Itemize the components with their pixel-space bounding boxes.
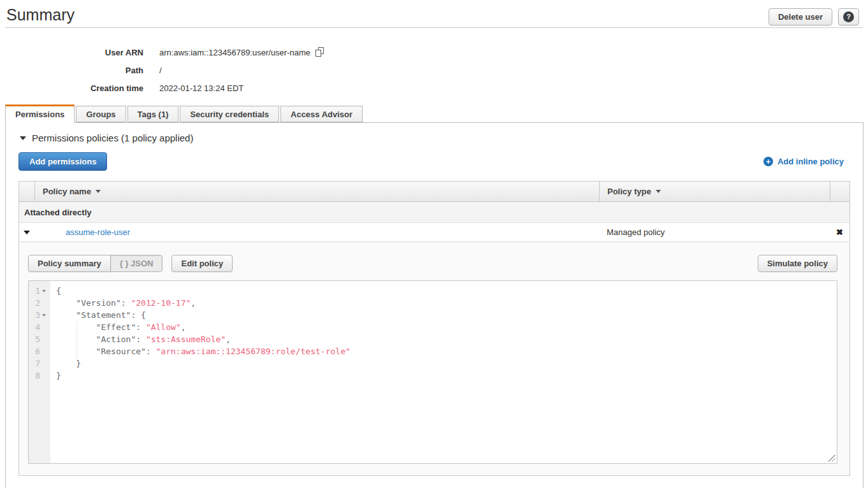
resize-handle-icon[interactable] bbox=[828, 455, 835, 462]
sort-caret-icon bbox=[96, 190, 101, 193]
close-icon: ✖ bbox=[836, 227, 843, 237]
user-arn-value: arn:aws:iam::123456789:user/user-name bbox=[159, 48, 310, 57]
json-view-button[interactable]: { } JSON bbox=[110, 255, 163, 272]
actions-column-header bbox=[830, 182, 850, 201]
code-line: 7 } bbox=[29, 357, 837, 370]
caret-down-icon bbox=[20, 136, 26, 140]
tab-tags[interactable]: Tags (1) bbox=[127, 106, 179, 122]
delete-user-button[interactable]: Delete user bbox=[769, 8, 832, 25]
path-value: / bbox=[159, 66, 162, 75]
code-line: 8 } bbox=[29, 370, 837, 382]
code-line: 3 "Statement": { bbox=[29, 309, 837, 321]
help-button[interactable]: ? bbox=[838, 8, 859, 25]
copy-icon[interactable] bbox=[315, 47, 325, 57]
policy-summary-button[interactable]: Policy summary bbox=[28, 255, 111, 272]
policy-json-editor[interactable]: 1 { 2 "Version": "2012-10-17", 3 "Statem… bbox=[28, 280, 837, 464]
permissions-tab-panel: Permissions policies (1 policy applied) … bbox=[5, 122, 864, 488]
fold-caret-icon[interactable] bbox=[42, 290, 46, 292]
policy-table-header: Policy name Policy type bbox=[19, 182, 850, 202]
add-inline-policy-link[interactable]: + Add inline policy bbox=[763, 157, 844, 166]
user-arn-label: User ARN bbox=[0, 48, 159, 57]
policy-type-column-header[interactable]: Policy type bbox=[599, 182, 830, 201]
creation-time-label: Creation time bbox=[0, 83, 159, 93]
policy-view-toggle: Policy summary { } JSON bbox=[28, 255, 163, 272]
tab-access-advisor[interactable]: Access Advisor bbox=[280, 106, 363, 122]
page-title: Summary bbox=[6, 5, 769, 24]
help-icon: ? bbox=[843, 11, 854, 22]
page-header: Summary Delete user ? bbox=[0, 0, 868, 25]
plus-circle-icon: + bbox=[763, 157, 773, 166]
caret-down-icon bbox=[24, 231, 30, 234]
tab-bar: Permissions Groups Tags (1) Security cre… bbox=[5, 106, 868, 122]
policy-detail-panel: Policy summary { } JSON Edit policy Simu… bbox=[19, 242, 850, 475]
permissions-policies-section-title: Permissions policies (1 policy applied) bbox=[32, 133, 193, 143]
path-row: Path / bbox=[0, 61, 868, 79]
add-inline-policy-label: Add inline policy bbox=[778, 157, 844, 166]
code-line: 4 "Effect": "Allow", bbox=[29, 321, 837, 333]
row-expander[interactable] bbox=[19, 231, 34, 234]
add-permissions-button[interactable]: Add permissions bbox=[18, 152, 107, 171]
user-arn-row: User ARN arn:aws:iam::123456789:user/use… bbox=[0, 43, 868, 61]
code-line: 2 "Version": "2012-10-17", bbox=[29, 297, 837, 309]
fold-caret-icon[interactable] bbox=[42, 314, 46, 317]
policy-table-row: assume-role-user Managed policy ✖ bbox=[19, 223, 850, 242]
edit-policy-button[interactable]: Edit policy bbox=[171, 255, 233, 272]
expander-column-header bbox=[19, 182, 34, 201]
path-label: Path bbox=[0, 66, 159, 75]
tab-security-credentials[interactable]: Security credentials bbox=[180, 106, 279, 122]
policy-table: Policy name Policy type Attached directl… bbox=[18, 181, 850, 476]
user-details: User ARN arn:aws:iam::123456789:user/use… bbox=[0, 43, 868, 97]
remove-policy-button[interactable]: ✖ bbox=[830, 227, 850, 237]
policy-name-link[interactable]: assume-role-user bbox=[66, 227, 130, 237]
creation-time-row: Creation time 2022-01-12 13:24 EDT bbox=[0, 79, 868, 97]
title-divider bbox=[5, 27, 863, 28]
policy-name-column-header[interactable]: Policy name bbox=[34, 182, 599, 201]
code-line: 1 { bbox=[29, 285, 837, 297]
code-line: 5 "Action": "sts:AssumeRole", bbox=[29, 333, 837, 345]
tab-groups[interactable]: Groups bbox=[76, 106, 126, 122]
code-line: 6 "Resource": "arn:aws:iam::123456789:ro… bbox=[29, 345, 837, 357]
header-actions: Delete user ? bbox=[769, 8, 859, 25]
policy-type-value: Managed policy bbox=[599, 227, 830, 237]
policy-actions-row: Add permissions + Add inline policy bbox=[18, 152, 850, 171]
permissions-policies-section-toggle[interactable]: Permissions policies (1 policy applied) bbox=[20, 133, 850, 143]
policy-detail-actions: Policy summary { } JSON Edit policy Simu… bbox=[28, 255, 837, 272]
tab-permissions[interactable]: Permissions bbox=[5, 104, 75, 123]
attached-directly-group-row: Attached directly bbox=[19, 202, 850, 223]
simulate-policy-button[interactable]: Simulate policy bbox=[758, 255, 837, 272]
sort-caret-icon bbox=[656, 190, 661, 193]
creation-time-value: 2022-01-12 13:24 EDT bbox=[159, 83, 243, 93]
